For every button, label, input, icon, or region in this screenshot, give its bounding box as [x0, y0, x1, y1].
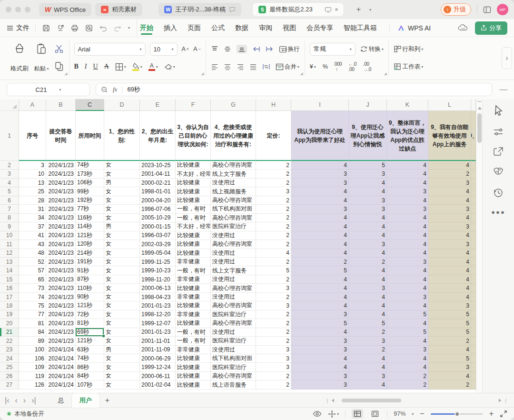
cell-I23[interactable]: 3 [291, 346, 349, 354]
cell-E12[interactable]: 1999-05-04 [140, 249, 176, 258]
cell-C2[interactable]: 74秒 [76, 161, 104, 170]
cell-H18[interactable]: 3 [256, 301, 291, 310]
column-header-C[interactable]: C [76, 99, 104, 111]
cell-C6[interactable]: 192秒 [76, 196, 104, 205]
cell-I2[interactable]: 4 [291, 161, 349, 170]
cell-I8[interactable]: 4 [291, 214, 349, 222]
cell-J9[interactable]: 4 [349, 222, 387, 231]
cell-D15[interactable]: 女 [104, 275, 140, 284]
cell-B20[interactable]: 2024/1/23 [46, 319, 76, 328]
cell-E26[interactable]: 2000-06-11 [140, 372, 176, 380]
column-header-B[interactable]: B [46, 99, 76, 111]
cell-H5[interactable]: 3 [256, 187, 291, 196]
column-header-D[interactable]: D [104, 99, 140, 111]
rows-cols-button[interactable]: 行和列▾ [394, 45, 424, 53]
cell-D21[interactable]: 女 [104, 328, 140, 337]
cell-F27[interactable]: 比较健康 [176, 380, 211, 389]
cell-J16[interactable]: 3 [349, 284, 387, 292]
collapse-formula-bar-icon[interactable]: — [500, 85, 507, 94]
cell-E27[interactable]: 2001-02-04 [140, 380, 176, 389]
font-size-select[interactable]: 10▾ [150, 43, 178, 56]
fill-color-button[interactable]: ▾ [132, 63, 142, 71]
cut-button[interactable] [54, 44, 64, 54]
cell-K26[interactable]: 2 [387, 372, 428, 380]
cell-F18[interactable]: 比较健康 [176, 301, 211, 310]
cell-A4[interactable]: 13 [19, 179, 46, 187]
cell-K23[interactable]: 3 [387, 346, 428, 354]
cell-I4[interactable]: 3 [291, 179, 349, 187]
row-header-15[interactable]: 15 [0, 275, 19, 284]
cell-H7[interactable]: 2 [256, 205, 291, 213]
sheet-tab-zong[interactable]: 总 [50, 393, 72, 408]
preview-icon[interactable] [85, 24, 93, 32]
cell-I26[interactable]: 3 [291, 372, 349, 380]
group-expand-icon[interactable]: ◢ [384, 71, 387, 76]
align-middle-button[interactable] [224, 46, 231, 52]
header-cell-B1[interactable]: 提交答卷时间 [46, 111, 76, 161]
cell-D25[interactable]: 女 [104, 363, 140, 371]
cell-A12[interactable]: 48 [19, 249, 46, 258]
cell-G10[interactable]: 没使用过 [211, 231, 256, 240]
tabs-dropdown-icon[interactable]: ▾ [367, 8, 374, 12]
maximize-window-icon[interactable] [25, 7, 30, 12]
cell-B7[interactable]: 2024/1/23 [46, 205, 76, 213]
cell-C15[interactable]: 87秒 [76, 275, 104, 284]
cell-B18[interactable]: 2024/1/23 [46, 301, 76, 310]
cell-D8[interactable]: 女 [104, 214, 140, 222]
normal-view-button[interactable] [352, 409, 363, 419]
pan-mode-button[interactable]: ▾ [328, 410, 339, 418]
row-header-18[interactable]: 18 [0, 301, 19, 310]
cell-C13[interactable]: 191秒 [76, 258, 104, 266]
cell-F7[interactable]: 一般，有时 [176, 205, 211, 213]
share-button[interactable]: 分享 [475, 21, 507, 35]
cell-K19[interactable]: 5 [387, 310, 428, 319]
cell-K25[interactable]: 4 [387, 363, 428, 371]
row-header-13[interactable]: 13 [0, 258, 19, 266]
cell-I9[interactable]: 4 [291, 222, 349, 231]
cell-H21[interactable]: 2 [256, 328, 291, 337]
cell-A17[interactable]: 74 [19, 293, 46, 301]
cell-C18[interactable]: 121秒 [76, 301, 104, 310]
cell-A18[interactable]: 75 [19, 301, 46, 310]
wps-ai-button[interactable]: WPS AI [389, 24, 431, 32]
menu-tab-插入[interactable]: 插入 [164, 19, 177, 37]
cell-B9[interactable]: 2024/1/23 [46, 222, 76, 231]
cell-L6[interactable]: 4 [428, 196, 471, 205]
percent-button[interactable]: % [323, 63, 328, 70]
cell-A23[interactable]: 100 [19, 346, 46, 354]
monitor-icon[interactable] [325, 7, 332, 13]
cell-E9[interactable]: 2000-01-15 [140, 222, 176, 231]
cell-E2[interactable]: 2023-10-25 [140, 161, 176, 170]
cell-F17[interactable]: 非常健康 [176, 293, 211, 301]
cell-B8[interactable]: 2024/1/23 [46, 214, 76, 222]
cell-A7[interactable]: 31 [19, 205, 46, 213]
cell-H13[interactable]: 2 [256, 258, 291, 266]
vertical-scroll-thumb[interactable] [477, 113, 482, 143]
cell-I21[interactable]: 4 [291, 328, 349, 337]
row-header-17[interactable]: 17 [0, 293, 19, 301]
cell-E4[interactable]: 2000-02-21 [140, 179, 176, 187]
cell-G15[interactable]: 没使用过 [211, 275, 256, 284]
menu-tab-公式[interactable]: 公式 [211, 19, 225, 37]
cell-E18[interactable]: 2001-01-23 [140, 301, 176, 310]
cell-L12[interactable]: 4 [428, 249, 471, 258]
cell-E19[interactable]: 1998-12-20 [140, 310, 176, 319]
align-right-button[interactable] [237, 63, 244, 70]
header-cell-G1[interactable]: 4、您接受或使用过的心理健康治疗和服务有: [211, 111, 256, 161]
cell-D4[interactable]: 男 [104, 179, 140, 187]
cell-F26[interactable]: 比较健康 [176, 372, 211, 380]
cell-G3[interactable]: 线上文字服务 [211, 170, 256, 178]
redo-icon[interactable] [114, 25, 121, 31]
cell-E24[interactable]: 2000-06-29 [140, 354, 176, 363]
cell-G19[interactable]: 医院科室治疗 [211, 310, 256, 319]
cell-D17[interactable]: 女 [104, 293, 140, 301]
align-bottom-button[interactable] [237, 45, 247, 53]
cell-H6[interactable]: 2 [256, 196, 291, 205]
column-header-L[interactable]: L [428, 99, 471, 111]
cell-C10[interactable]: 121秒 [76, 231, 104, 240]
undo-icon[interactable] [99, 25, 107, 31]
cell-A2[interactable]: 3 [19, 161, 46, 170]
cell-L2[interactable]: 4 [428, 161, 471, 170]
cell-K12[interactable]: 4 [387, 249, 428, 258]
header-cell-L1[interactable]: 9、我有自信能够有效地使用App上的服务 [428, 111, 471, 161]
